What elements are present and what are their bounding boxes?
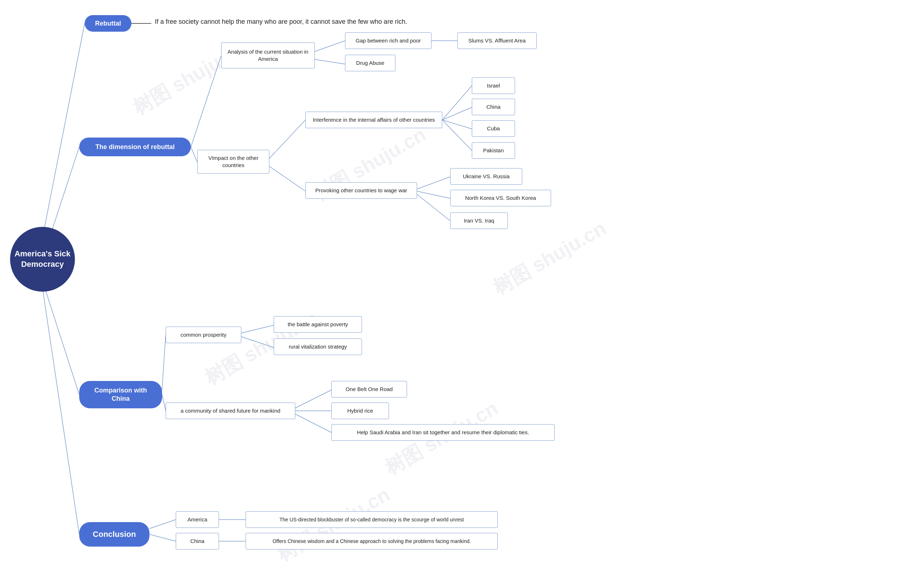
common-label: common prosperity <box>180 331 227 338</box>
community-label: a community of shared future for mankind <box>181 407 281 415</box>
china-conclusion-rect: China <box>176 533 219 549</box>
rebuttal-oval[interactable]: Rebuttal <box>85 15 131 32</box>
northkorea-label: North Korea VS. South Korea <box>465 194 536 202</box>
dimension-oval[interactable]: The dimension of rebuttal <box>79 137 191 156</box>
dimension-label: The dimension of rebuttal <box>95 143 175 151</box>
svg-line-11 <box>270 167 306 191</box>
svg-line-19 <box>162 335 166 390</box>
svg-line-17 <box>417 191 450 198</box>
provoking-rect: Provoking other countries to wage war <box>306 182 417 199</box>
svg-line-14 <box>442 120 472 129</box>
svg-line-7 <box>315 41 345 52</box>
china-rect: China <box>472 99 515 115</box>
help-rect: Help Saudi Arabia and Iran sit together … <box>331 424 555 441</box>
gap-rect: Gap between rich and poor <box>345 33 432 49</box>
gap-label: Gap between rich and poor <box>356 37 421 44</box>
svg-line-8 <box>315 59 345 64</box>
interference-rect: Interference in the internal affairs of … <box>306 112 442 128</box>
svg-line-18 <box>417 194 450 221</box>
rebuttal-quote: If a free society cannot help the many w… <box>155 18 407 26</box>
svg-line-16 <box>417 177 450 189</box>
china-conclusion-label: China <box>190 537 204 545</box>
comparison-oval[interactable]: Comparison with China <box>79 381 162 408</box>
pakistan-label: Pakistan <box>483 147 504 154</box>
help-label: Help Saudi Arabia and Iran sit together … <box>357 429 529 436</box>
hybrid-label: Hybrid rice <box>347 407 373 415</box>
rural-label: rural vitalization strategy <box>289 343 347 350</box>
vimpact-rect: VImpact on the other countries <box>197 150 270 173</box>
svg-line-13 <box>442 107 472 120</box>
hybrid-rect: Hybrid rice <box>331 403 389 419</box>
pakistan-rect: Pakistan <box>472 142 515 159</box>
cuba-label: Cuba <box>487 125 500 132</box>
central-node: America's Sick Democracy <box>10 227 75 292</box>
onebelt-label: One Belt One Road <box>346 385 393 393</box>
israel-rect: Israel <box>472 77 515 94</box>
svg-line-22 <box>241 336 274 348</box>
svg-line-5 <box>191 56 221 147</box>
common-rect: common prosperity <box>166 327 241 343</box>
china-text-label: Offers Chinese wisdom and a Chinese appr… <box>273 538 471 545</box>
slums-rect: Slums VS. Affluent Area <box>458 33 537 49</box>
svg-line-0 <box>43 23 85 238</box>
svg-line-23 <box>295 390 331 408</box>
conclusion-label: Conclusion <box>93 530 136 539</box>
onebelt-rect: One Belt One Road <box>331 381 407 397</box>
vimpact-label: VImpact on the other countries <box>203 155 264 169</box>
svg-line-27 <box>149 534 176 541</box>
china-text-rect: Offers Chinese wisdom and a Chinese appr… <box>246 533 498 549</box>
provoking-label: Provoking other countries to wage war <box>315 187 407 194</box>
svg-line-15 <box>442 120 472 150</box>
svg-line-3 <box>43 288 79 534</box>
svg-line-10 <box>270 120 306 158</box>
cuba-rect: Cuba <box>472 120 515 137</box>
analysis-rect: Analysis of the current situation in Ame… <box>221 42 315 69</box>
analysis-label: Analysis of the current situation in Ame… <box>227 48 309 63</box>
ukraine-rect: Ukraine VS. Russia <box>450 168 522 185</box>
svg-line-12 <box>442 86 472 120</box>
ukraine-label: Ukraine VS. Russia <box>463 173 510 180</box>
interference-label: Interference in the internal affairs of … <box>312 116 435 124</box>
iran-rect: Iran VS. Iraq <box>450 212 508 229</box>
northkorea-rect: North Korea VS. South Korea <box>450 190 551 206</box>
community-rect: a community of shared future for mankind <box>166 403 295 419</box>
drug-rect: Drug Abuse <box>345 55 396 71</box>
america-conclusion-rect: America <box>176 511 219 528</box>
iran-label: Iran VS. Iraq <box>464 217 494 224</box>
battle-rect: the battle against poverty <box>274 316 362 333</box>
america-text-rect: The US-directed blockbuster of so-called… <box>246 511 498 528</box>
israel-label: Israel <box>487 82 500 89</box>
america-text-label: The US-directed blockbuster of so-called… <box>280 516 464 523</box>
central-label: America's Sick Democracy <box>10 249 75 270</box>
svg-line-2 <box>43 281 79 395</box>
svg-line-20 <box>162 395 166 411</box>
drug-label: Drug Abuse <box>356 59 384 67</box>
battle-label: the battle against poverty <box>288 321 348 328</box>
svg-line-21 <box>241 325 274 333</box>
svg-line-25 <box>295 414 331 433</box>
svg-line-6 <box>191 147 197 162</box>
conclusion-oval[interactable]: Conclusion <box>79 522 149 547</box>
canvas: 树图 shuju.cn 树图 shuju.cn 树图 shuju.cn 树图 s… <box>0 0 922 588</box>
china-label: China <box>486 103 500 111</box>
comparison-label: Comparison with China <box>94 386 147 403</box>
america-conclusion-label: America <box>187 516 207 523</box>
slums-label: Slums VS. Affluent Area <box>469 37 526 44</box>
lines-svg <box>0 0 922 588</box>
rebuttal-label: Rebuttal <box>95 20 121 27</box>
svg-line-26 <box>149 519 176 529</box>
rural-rect: rural vitalization strategy <box>274 338 362 355</box>
